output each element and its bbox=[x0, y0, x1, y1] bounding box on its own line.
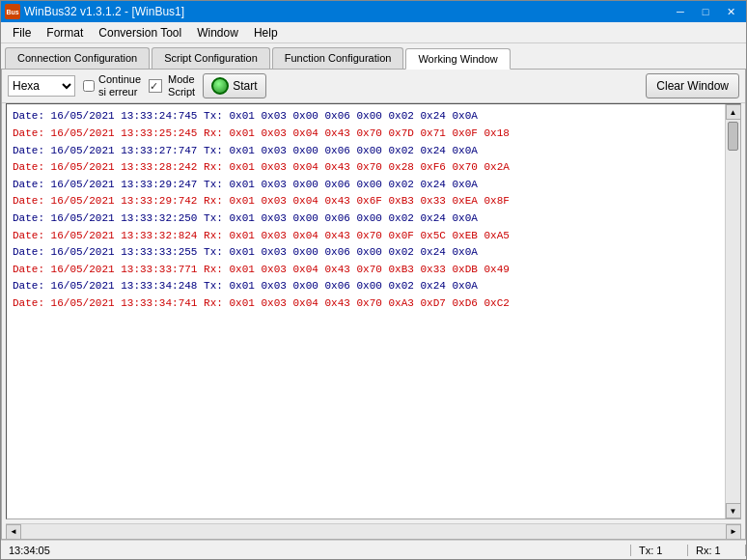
menu-format[interactable]: Format bbox=[39, 24, 91, 42]
log-line: Date: 16/05/2021 13:33:25:245 Rx: 0x01 0… bbox=[13, 126, 719, 143]
continue-si-erreur-label: Continuesi erreur bbox=[98, 73, 141, 98]
continue-si-erreur-checkbox[interactable] bbox=[83, 80, 95, 92]
scroll-track-vertical[interactable] bbox=[726, 120, 740, 503]
tab-script-configuration[interactable]: Script Configuration bbox=[152, 47, 270, 69]
log-content: Date: 16/05/2021 13:33:24:745 Tx: 0x01 0… bbox=[7, 104, 725, 518]
toolbar: Hexa Decimal ASCII Continuesi erreur Mod… bbox=[2, 70, 745, 103]
status-bar: 13:34:05 Tx: 1 Rx: 1 bbox=[1, 540, 746, 559]
app-icon: Bus bbox=[5, 4, 20, 19]
scroll-thumb-vertical[interactable] bbox=[728, 122, 738, 151]
menu-conversion-tool[interactable]: Conversion Tool bbox=[91, 24, 189, 42]
log-line: Date: 16/05/2021 13:33:28:242 Rx: 0x01 0… bbox=[13, 159, 719, 177]
status-tx: Tx: 1 bbox=[630, 545, 688, 556]
title-controls: ─ □ ✕ bbox=[669, 3, 742, 20]
tab-function-configuration[interactable]: Function Configuration bbox=[272, 47, 404, 69]
mode-script-checkbox[interactable] bbox=[149, 79, 162, 93]
scroll-down-button[interactable]: ▼ bbox=[726, 503, 741, 518]
title-bar: Bus WinBus32 v1.3.1.2 - [WinBus1] ─ □ ✕ bbox=[1, 1, 746, 22]
start-button-label: Start bbox=[233, 79, 257, 93]
menu-help[interactable]: Help bbox=[246, 24, 286, 42]
log-line: Date: 16/05/2021 13:33:32:250 Tx: 0x01 0… bbox=[13, 210, 719, 228]
scroll-left-button[interactable]: ◄ bbox=[6, 524, 21, 540]
menu-window[interactable]: Window bbox=[189, 24, 246, 42]
vertical-scrollbar[interactable]: ▲ ▼ bbox=[725, 104, 740, 518]
status-rx: Rx: 1 bbox=[688, 545, 746, 556]
scroll-right-button[interactable]: ► bbox=[726, 524, 741, 540]
format-wrapper: Hexa Decimal ASCII bbox=[8, 75, 75, 97]
minimize-button[interactable]: ─ bbox=[669, 3, 692, 20]
tab-connection-configuration[interactable]: Connection Configuration bbox=[5, 47, 150, 69]
log-line: Date: 16/05/2021 13:33:33:771 Rx: 0x01 0… bbox=[13, 262, 719, 279]
scroll-up-button[interactable]: ▲ bbox=[726, 104, 741, 120]
log-area: Date: 16/05/2021 13:33:24:745 Tx: 0x01 0… bbox=[6, 103, 741, 519]
close-button[interactable]: ✕ bbox=[719, 3, 742, 20]
tab-working-window-content: Hexa Decimal ASCII Continuesi erreur Mod… bbox=[1, 69, 746, 540]
log-line: Date: 16/05/2021 13:33:33:255 Tx: 0x01 0… bbox=[13, 244, 719, 262]
log-line: Date: 16/05/2021 13:33:34:741 Rx: 0x01 0… bbox=[13, 295, 719, 313]
log-line: Date: 16/05/2021 13:33:29:742 Rx: 0x01 0… bbox=[13, 193, 719, 210]
tab-working-window[interactable]: Working Window bbox=[405, 48, 510, 70]
scroll-track-horizontal[interactable] bbox=[21, 524, 726, 539]
menu-bar: File Format Conversion Tool Window Help bbox=[1, 22, 746, 43]
window-title: WinBus32 v1.3.1.2 - [WinBus1] bbox=[24, 5, 669, 18]
mode-script-label: ModeScript bbox=[168, 73, 195, 98]
log-line: Date: 16/05/2021 13:33:32:824 Rx: 0x01 0… bbox=[13, 228, 719, 245]
mode-script-group: ModeScript bbox=[149, 73, 195, 98]
restore-button[interactable]: □ bbox=[694, 3, 717, 20]
main-window: Bus WinBus32 v1.3.1.2 - [WinBus1] ─ □ ✕ … bbox=[0, 0, 747, 560]
log-line: Date: 16/05/2021 13:33:24:745 Tx: 0x01 0… bbox=[13, 108, 719, 126]
clear-window-button[interactable]: Clear Window bbox=[646, 73, 739, 98]
tab-bar: Connection Configuration Script Configur… bbox=[1, 43, 746, 69]
start-button[interactable]: Start bbox=[203, 73, 265, 98]
continue-si-erreur-group: Continuesi erreur bbox=[83, 73, 141, 98]
log-line: Date: 16/05/2021 13:33:29:247 Tx: 0x01 0… bbox=[13, 177, 719, 194]
log-line: Date: 16/05/2021 13:33:27:747 Tx: 0x01 0… bbox=[13, 143, 719, 160]
log-line: Date: 16/05/2021 13:33:34:248 Tx: 0x01 0… bbox=[13, 278, 719, 295]
start-button-icon bbox=[211, 77, 229, 95]
horizontal-scrollbar[interactable]: ◄ ► bbox=[6, 523, 741, 539]
format-select[interactable]: Hexa Decimal ASCII bbox=[8, 75, 75, 97]
menu-file[interactable]: File bbox=[5, 24, 39, 42]
status-time: 13:34:05 bbox=[1, 545, 69, 556]
